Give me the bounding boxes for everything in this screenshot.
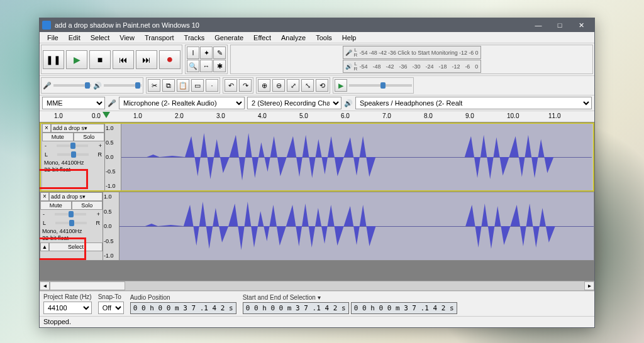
playback-meter[interactable]: 🔊 LR -54-48-42 -36-30-24 -18-12-6 0: [343, 60, 481, 73]
mixer-toolbar: 🎤 🔊: [41, 77, 143, 94]
fit-project-button[interactable]: ⤡: [301, 79, 314, 92]
play-speed-slider[interactable]: [349, 84, 412, 87]
scroll-right-button[interactable]: ▸: [584, 281, 594, 290]
zoom-toggle-button[interactable]: ⟲: [316, 79, 328, 92]
zoom-out-button[interactable]: ⊖: [272, 79, 285, 92]
recording-device-select[interactable]: Microphone (2- Realtek Audio): [119, 97, 245, 109]
audio-position-label: Audio Position: [130, 294, 236, 301]
app-icon: [42, 21, 51, 30]
edit-toolbar: ✂ ⧉ 📋 ▭ ·: [146, 77, 220, 94]
playback-volume-slider[interactable]: [104, 84, 142, 87]
meter-r-label: R: [353, 53, 358, 58]
maximize-button[interactable]: □: [549, 18, 570, 32]
menu-edit[interactable]: Edit: [64, 33, 86, 43]
track-name-dropdown[interactable]: add a drop s▾: [51, 124, 104, 133]
paste-button[interactable]: 📋: [177, 79, 189, 92]
solo-button[interactable]: Solo: [74, 133, 105, 141]
trim-button[interactable]: ▭: [191, 79, 204, 92]
gain-slider[interactable]: [57, 144, 88, 147]
zoom-tool[interactable]: 🔍: [187, 60, 199, 72]
timeshift-tool[interactable]: ↔: [200, 60, 213, 72]
playhead-indicator[interactable]: [103, 112, 110, 118]
highlight-annotation-2: [40, 237, 86, 260]
menu-help[interactable]: Help: [337, 33, 362, 43]
menu-effect[interactable]: Effect: [248, 33, 276, 43]
menubar: File Edit Select View Transport Tracks G…: [40, 32, 594, 43]
play-at-speed-button[interactable]: ▶: [335, 79, 347, 92]
menu-generate[interactable]: Generate: [209, 33, 248, 43]
snap-to-select[interactable]: Off: [98, 302, 124, 314]
menu-tools[interactable]: Tools: [311, 33, 337, 43]
window-titlebar[interactable]: add a drop shadow in Paint.net on Window…: [40, 18, 594, 32]
track-control-panel-2: × add a drop s▾ Mute Solo -+ LR Mono, 44…: [40, 192, 103, 260]
highlight-annotation-1: [40, 169, 88, 189]
selection-label: Start and End of Selection ▾: [243, 294, 457, 301]
cut-button[interactable]: ✂: [148, 79, 160, 92]
selection-start-field[interactable]: 0 0 h 0 0 m 3 7 .1 4 2 s: [243, 302, 349, 314]
menu-analyze[interactable]: Analyze: [276, 33, 311, 43]
vertical-scale: 1.00.50.0-0.5-1.0: [103, 192, 119, 260]
selection-end-field[interactable]: 0 0 h 0 0 m 3 7 .1 4 2 s: [351, 302, 457, 314]
project-rate-select[interactable]: 44100: [43, 302, 92, 314]
menu-file[interactable]: File: [42, 33, 64, 43]
waveform-1[interactable]: 1.00.50.0-0.5-1.0: [105, 124, 592, 190]
envelope-tool[interactable]: ✦: [200, 46, 213, 59]
recording-meter[interactable]: 🎤 L R -54-48-42 -36 Click to Start Monit…: [343, 46, 481, 59]
meter-click-text[interactable]: Click to Start Monitoring: [397, 50, 458, 56]
recording-channels-select[interactable]: 2 (Stereo) Recording Cha: [247, 97, 341, 109]
close-button[interactable]: ✕: [570, 18, 592, 32]
play-at-speed-toolbar: ▶: [333, 77, 414, 94]
status-text: Stopped.: [43, 318, 71, 325]
skip-start-button[interactable]: ⏮: [113, 50, 134, 69]
minimize-button[interactable]: —: [528, 18, 549, 32]
horizontal-scrollbar[interactable]: ◂ ▸: [40, 281, 594, 291]
selection-tool[interactable]: I: [187, 46, 199, 59]
track-close-button[interactable]: ×: [42, 124, 51, 133]
audio-track-1[interactable]: × add a drop s▾ Mute Solo -+ LR Mono, 44…: [40, 122, 594, 192]
track-close-button[interactable]: ×: [40, 192, 49, 201]
tools-toolbar: I ✦ ✎ 🔍 ↔ ✱: [185, 45, 228, 74]
playback-device-select[interactable]: Speakers / Headphones (2- Realt: [355, 97, 592, 109]
track-name-dropdown[interactable]: add a drop s▾: [49, 192, 103, 201]
timeline-ruler[interactable]: 1.0 0.0 1.0 2.0 3.0 4.0 5.0 6.0 7.0 8.0 …: [40, 111, 594, 122]
skip-end-button[interactable]: ⏭: [136, 50, 157, 69]
scroll-left-button[interactable]: ◂: [40, 281, 50, 290]
silence-button[interactable]: ·: [206, 79, 218, 92]
scroll-thumb[interactable]: [50, 281, 125, 290]
draw-tool[interactable]: ✎: [213, 46, 226, 59]
audio-position-field[interactable]: 0 0 h 0 0 m 3 7 .1 4 2 s: [130, 302, 236, 314]
pan-slider[interactable]: [55, 222, 87, 224]
undo-toolbar: ↶ ↷: [223, 77, 253, 94]
waveform-2[interactable]: 1.00.50.0-0.5-1.0: [103, 192, 594, 260]
mute-button[interactable]: Mute: [40, 201, 72, 210]
recording-volume-slider[interactable]: [53, 84, 91, 87]
audio-track-2[interactable]: × add a drop s▾ Mute Solo -+ LR Mono, 44…: [40, 192, 594, 261]
stop-button[interactable]: ■: [89, 50, 111, 69]
fit-selection-button[interactable]: ⤢: [287, 79, 299, 92]
meters-toolbar: 🎤 L R -54-48-42 -36 Click to Start Monit…: [230, 45, 593, 74]
app-window: add a drop shadow in Paint.net on Window…: [39, 18, 595, 328]
selection-toolbar: Project Rate (Hz) 44100 Snap-To Off Audi…: [40, 291, 594, 316]
menu-transport[interactable]: Transport: [140, 33, 179, 43]
undo-button[interactable]: ↶: [225, 79, 237, 92]
transport-toolbar: ❚❚ ▶ ■ ⏮ ⏭ ●: [41, 45, 182, 74]
solo-button[interactable]: Solo: [72, 201, 103, 210]
menu-view[interactable]: View: [114, 33, 140, 43]
zoom-in-button[interactable]: ⊕: [258, 79, 270, 92]
redo-button[interactable]: ↷: [239, 79, 252, 92]
pan-slider[interactable]: [57, 153, 89, 156]
menu-tracks[interactable]: Tracks: [179, 33, 210, 43]
play-button[interactable]: ▶: [66, 50, 87, 69]
mute-button[interactable]: Mute: [42, 133, 74, 141]
multi-tool[interactable]: ✱: [213, 60, 226, 72]
track-control-panel-1: × add a drop s▾ Mute Solo -+ LR Mono, 44…: [42, 124, 105, 190]
record-button[interactable]: ●: [159, 50, 180, 69]
audio-host-select[interactable]: MME: [42, 97, 105, 109]
menu-select[interactable]: Select: [86, 33, 115, 43]
gain-slider[interactable]: [55, 213, 86, 215]
copy-button[interactable]: ⧉: [162, 79, 175, 92]
project-rate-label: Project Rate (Hz): [43, 293, 92, 300]
pause-button[interactable]: ❚❚: [43, 50, 64, 69]
zoom-toolbar: ⊕ ⊖ ⤢ ⤡ ⟲: [256, 77, 330, 94]
meter-scale-rec: -54-48-42 -36 Click to Start Monitoring …: [360, 50, 479, 56]
